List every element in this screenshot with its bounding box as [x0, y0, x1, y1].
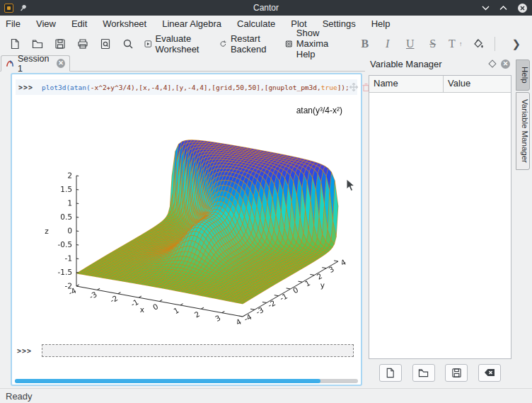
prompt-2: >>>: [17, 347, 32, 355]
new-worksheet-button[interactable]: [6, 35, 24, 53]
toolbar-separator: [495, 37, 495, 51]
maxima-help-icon: [285, 38, 293, 50]
tab-bar: Session 1 ✕: [0, 55, 365, 72]
tab-close-icon[interactable]: ✕: [57, 59, 65, 68]
variable-manager-buttons: [369, 363, 511, 382]
menu-worksheet[interactable]: Worksheet: [103, 18, 146, 29]
folder-icon: [418, 368, 429, 378]
status-bar: Ready: [0, 388, 532, 403]
menu-linear-algebra[interactable]: Linear Algebra: [162, 18, 221, 29]
print-button[interactable]: [74, 35, 92, 53]
worksheet[interactable]: >>> plot3d(atan(-x^2+y^3/4),[x,-4,4],[y,…: [11, 73, 362, 386]
menu-file[interactable]: File: [6, 18, 21, 29]
italic-button[interactable]: I: [378, 35, 397, 53]
command-text[interactable]: plot3d(atan(-x^2+y^3/4),[x,-4,4],[y,-4,4…: [42, 84, 349, 91]
worksheet-area: Session 1 ✕ >>> plot3d(atan(-x^2+y^3/4),…: [0, 55, 365, 388]
find-button[interactable]: [119, 35, 137, 53]
side-tab-variable-manager[interactable]: Variable Manager: [516, 92, 530, 170]
plot-title: atan(y³/4-x²): [296, 106, 342, 115]
floppy-icon: [54, 38, 66, 50]
load-variables-button[interactable]: [412, 364, 435, 382]
show-maxima-help-button[interactable]: Show Maxima Help: [282, 35, 352, 53]
surface-plot-canvas: [17, 96, 358, 341]
restart-backend-button[interactable]: Restart Backend: [216, 35, 278, 53]
paint-bucket-icon: [473, 38, 484, 50]
menu-calculate[interactable]: Calculate: [237, 18, 275, 29]
magnifier-icon: [122, 38, 134, 50]
maxima-session-icon: [6, 59, 14, 68]
restart-backend-label: Restart Backend: [231, 33, 275, 55]
superscript-button[interactable]: T↑: [446, 35, 465, 53]
empty-command-entry[interactable]: [42, 344, 354, 357]
variable-manager-panel: Variable Manager ✕ Name Value: [366, 55, 514, 386]
clear-backspace-icon: [484, 368, 495, 378]
open-button[interactable]: [28, 35, 47, 53]
menu-bar: File View Edit Worksheet Linear Algebra …: [0, 16, 532, 32]
close-button[interactable]: [517, 3, 528, 13]
folder-icon: [32, 38, 43, 50]
restart-icon: [219, 38, 227, 50]
play-icon: [144, 38, 152, 50]
evaluate-worksheet-button[interactable]: Evaluate Worksheet: [141, 35, 212, 53]
title-bar[interactable]: Cantor: [0, 0, 532, 16]
floppy-icon: [451, 368, 462, 378]
variable-table-header: Name Value: [369, 76, 511, 93]
evaluate-worksheet-label: Evaluate Worksheet: [156, 33, 210, 55]
document-new-icon: [385, 368, 395, 378]
mouse-cursor: [346, 178, 356, 193]
cantor-window: Cantor File View Edit Worksheet Linear A…: [0, 0, 532, 403]
new-variable-button[interactable]: [379, 364, 402, 382]
column-value[interactable]: Value: [444, 76, 511, 92]
tab-session-label: Session 1: [18, 54, 53, 74]
maximize-button[interactable]: [499, 5, 507, 11]
clear-variables-button[interactable]: [478, 364, 501, 382]
save-variables-button[interactable]: [445, 364, 468, 382]
horizontal-scrollbar[interactable]: [15, 379, 358, 383]
page-magnifier-icon: [100, 38, 111, 50]
menu-help[interactable]: Help: [371, 18, 391, 29]
fill-color-button[interactable]: [469, 35, 487, 53]
window-title: Cantor: [0, 3, 532, 13]
variable-table: Name Value: [369, 75, 511, 359]
variable-manager-title: Variable Manager: [370, 59, 442, 69]
prompt: >>>: [18, 84, 33, 91]
document-new-icon: [9, 38, 21, 50]
panel-close-icon[interactable]: ✕: [501, 59, 510, 69]
strikethrough-button[interactable]: S: [424, 35, 442, 53]
plot-output: atan(y³/4-x²): [17, 96, 358, 341]
empty-entry-row: >>>: [17, 344, 354, 358]
underline-button[interactable]: U: [401, 35, 420, 53]
side-tab-help[interactable]: Help: [516, 59, 530, 91]
status-text: Ready: [6, 391, 33, 402]
toolbar-overflow-button[interactable]: ❯: [506, 38, 526, 50]
column-name[interactable]: Name: [369, 76, 444, 92]
printer-icon: [77, 38, 88, 50]
print-preview-button[interactable]: [96, 35, 115, 53]
menu-view[interactable]: View: [36, 18, 56, 29]
bold-button[interactable]: B: [356, 35, 374, 53]
minimize-button[interactable]: [482, 5, 490, 11]
up-arrow-glyph: ↑: [459, 40, 463, 47]
side-tab-strip: Help Variable Manager: [514, 55, 532, 388]
toolbar: Evaluate Worksheet Restart Backend Show …: [0, 32, 532, 55]
command-entry[interactable]: >>> plot3d(atan(-x^2+y^3/4),[x,-4,4],[y,…: [16, 79, 357, 95]
tab-session-1[interactable]: Session 1 ✕: [1, 55, 70, 72]
variable-manager-header: Variable Manager ✕: [366, 55, 514, 72]
drag-handle-icon[interactable]: [349, 83, 358, 91]
float-panel-icon[interactable]: [488, 59, 496, 67]
scrollbar-thumb[interactable]: [15, 379, 320, 383]
menu-edit[interactable]: Edit: [71, 18, 87, 29]
save-button[interactable]: [51, 35, 69, 53]
